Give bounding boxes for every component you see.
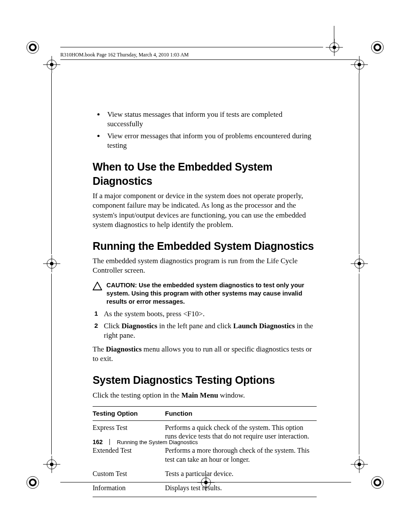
svg-point-18	[333, 46, 336, 49]
svg-marker-0	[93, 282, 102, 290]
th-function: Function	[165, 407, 317, 421]
step-number: 1	[94, 309, 98, 318]
running-head-rule	[60, 59, 358, 60]
body-running-after: The Diagnostics menu allows you to run a…	[93, 345, 317, 364]
t: Diagnostics	[106, 345, 142, 353]
svg-point-7	[50, 63, 53, 66]
table-row: Extended Test Performs a more thorough c…	[93, 444, 317, 467]
running-head: R310HOM.book Page 162 Thursday, March 4,…	[60, 52, 189, 58]
svg-point-22	[50, 262, 53, 265]
svg-point-3	[31, 45, 35, 50]
body-options-intro: Click the testing option in the Main Men…	[93, 391, 317, 400]
step-text: Click Diagnostics in the left pane and c…	[104, 322, 313, 339]
page-number: 162	[93, 439, 103, 445]
cell-option: Information	[93, 481, 165, 497]
caution-label: CAUTION:	[106, 282, 139, 289]
body-running-intro: The embedded system diagnostics program …	[93, 256, 317, 275]
svg-point-29	[31, 480, 35, 485]
cell-option: Custom Test	[93, 467, 165, 481]
svg-point-44	[358, 463, 361, 466]
step-item: 1 As the system boots, press <F10>.	[104, 309, 317, 319]
th-option: Testing Option	[93, 407, 165, 421]
step-item: 2 Click Diagnostics in the left pane and…	[104, 321, 317, 340]
t: Click	[104, 322, 121, 330]
heading-running: Running the Embedded System Diagnostics	[93, 239, 317, 253]
heading-options: System Diagnostics Testing Options	[93, 373, 317, 387]
t: window.	[218, 391, 245, 399]
t: The	[93, 345, 106, 353]
svg-point-26	[358, 262, 361, 265]
t: in the left pane and click	[157, 322, 233, 330]
steps-list: 1 As the system boots, press <F10>. 2 Cl…	[93, 309, 317, 340]
body-when: If a major component or device in the sy…	[93, 191, 317, 229]
svg-point-10	[375, 45, 380, 50]
svg-point-37	[204, 481, 208, 484]
t: Diagnostics	[121, 322, 157, 330]
page-footer: 162 Running the System Diagnostics	[93, 439, 198, 445]
cell-function: Performs a more thorough check of the sy…	[165, 444, 317, 467]
bullet-item: View error messages that inform you of p…	[105, 131, 317, 150]
cell-function: Tests a particular device.	[165, 467, 317, 481]
caution-block: CAUTION: Use the embedded system diagnos…	[93, 281, 317, 306]
heading-when: When to Use the Embedded System Diagnost…	[93, 160, 317, 188]
step-number: 2	[94, 321, 98, 330]
step-text: As the system boots, press <F10>.	[104, 310, 205, 318]
svg-point-14	[358, 63, 361, 66]
caution-text: CAUTION: Use the embedded system diagnos…	[106, 281, 317, 306]
t: Main Menu	[181, 391, 218, 399]
caution-icon	[93, 282, 102, 293]
cell-function: Displays test results.	[165, 481, 317, 497]
footer-label: Running the System Diagnostics	[117, 439, 198, 445]
bullet-item: View status messages that inform you if …	[105, 110, 317, 129]
cell-option: Extended Test	[93, 444, 165, 467]
intro-bullets: View status messages that inform you if …	[93, 110, 317, 150]
t: Click the testing option in the	[93, 391, 181, 399]
t: Launch Diagnostics	[233, 322, 295, 330]
svg-point-33	[50, 463, 53, 466]
svg-point-40	[375, 480, 380, 485]
footer-divider	[109, 439, 110, 445]
